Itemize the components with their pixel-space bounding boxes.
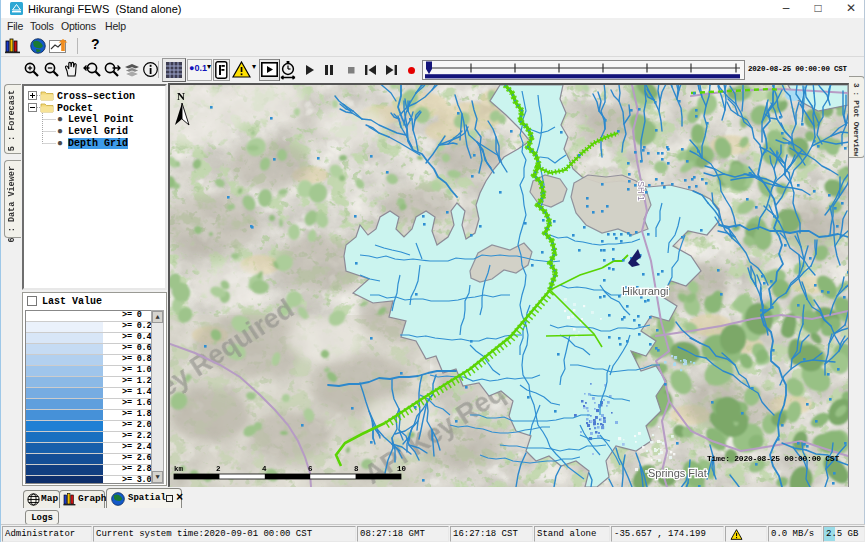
svg-text:4: 4 — [262, 465, 267, 473]
svg-text:2: 2 — [216, 465, 221, 473]
svg-text:km: km — [174, 465, 184, 473]
svg-text:Springs Flat: Springs Flat — [648, 467, 707, 479]
svg-text:Hikurangi: Hikurangi — [622, 285, 668, 297]
svg-text:10: 10 — [397, 465, 407, 473]
svg-text:8: 8 — [354, 465, 359, 473]
svg-text:6: 6 — [308, 465, 313, 473]
svg-text:Time: 2020-08-25 00:00:00 CST: Time: 2020-08-25 00:00:00 CST — [707, 454, 839, 463]
svg-text:N: N — [177, 90, 185, 102]
svg-text:SH 1: SH 1 — [636, 181, 646, 201]
